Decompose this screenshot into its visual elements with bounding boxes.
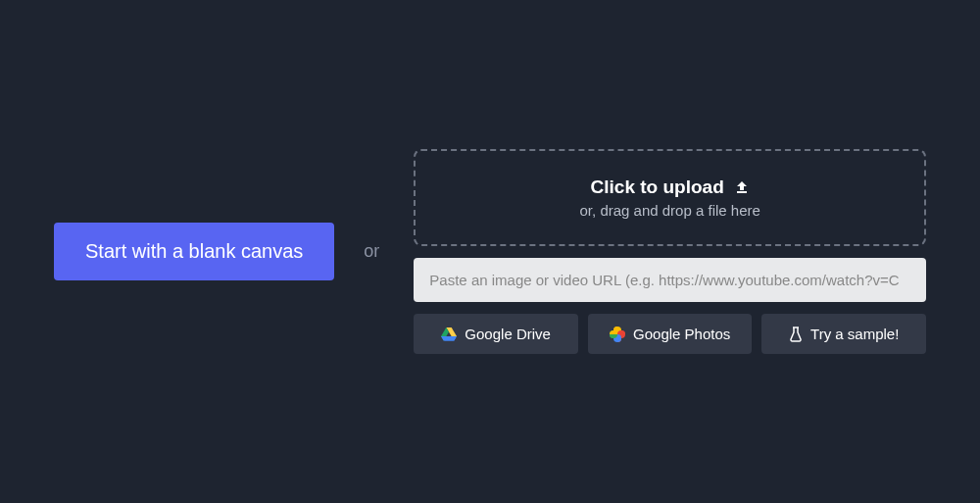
google-drive-button[interactable]: Google Drive (414, 314, 578, 354)
svg-rect-0 (737, 191, 747, 193)
url-input[interactable] (414, 258, 926, 302)
dropzone-title-row: Click to upload (435, 176, 905, 198)
dropzone-subtitle: or, drag and drop a file here (435, 202, 905, 219)
try-sample-label: Try a sample! (810, 326, 899, 342)
google-photos-icon (610, 327, 625, 342)
upload-dropzone[interactable]: Click to upload or, drag and drop a file… (414, 149, 926, 246)
try-sample-button[interactable]: Try a sample! (761, 314, 926, 354)
main-container: Start with a blank canvas or Click to up… (0, 149, 980, 354)
separator-text: or (364, 241, 379, 262)
google-drive-label: Google Drive (465, 326, 551, 342)
upload-icon (734, 179, 750, 195)
flask-icon (789, 327, 803, 342)
blank-canvas-button[interactable]: Start with a blank canvas (54, 223, 334, 280)
google-drive-icon (441, 327, 457, 341)
dropzone-title: Click to upload (591, 176, 724, 198)
source-buttons-row: Google Drive (414, 314, 926, 354)
google-photos-button[interactable]: Google Photos (588, 314, 753, 354)
google-photos-label: Google Photos (633, 326, 730, 342)
upload-panel: Click to upload or, drag and drop a file… (414, 149, 926, 354)
